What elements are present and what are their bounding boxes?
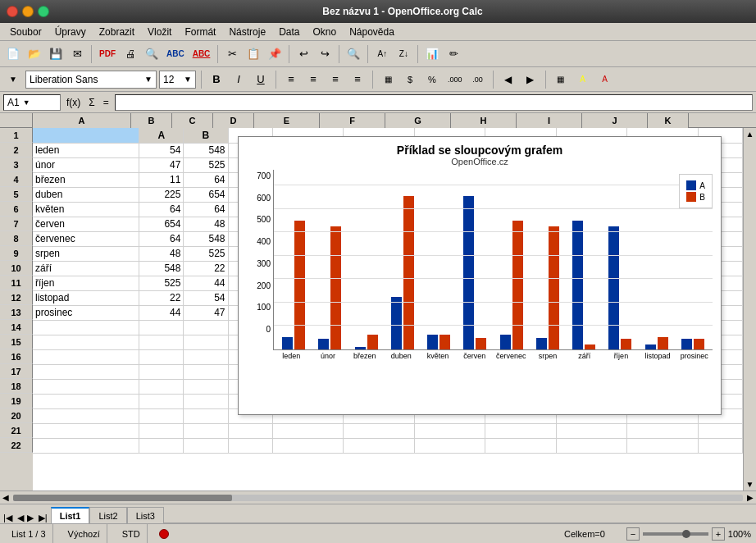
font-color-button[interactable]: A: [595, 70, 615, 89]
tab-nav-next[interactable]: ▶: [25, 513, 35, 523]
cell-a10[interactable]: září: [33, 261, 139, 276]
font-size-select[interactable]: 12 ▼: [159, 71, 196, 89]
cell-a1[interactable]: [33, 128, 139, 143]
menu-data[interactable]: Data: [272, 25, 306, 39]
menu-okno[interactable]: Okno: [306, 25, 343, 39]
record-button[interactable]: [156, 529, 172, 539]
cell-b10[interactable]: 548: [139, 261, 184, 276]
cell-c2[interactable]: 548: [184, 143, 228, 157]
cell-b7[interactable]: 654: [139, 217, 184, 231]
bar-a-květen[interactable]: [427, 335, 438, 349]
cell-a7[interactable]: červen: [33, 217, 139, 231]
scroll-right-button[interactable]: ▶: [745, 493, 756, 502]
menu-soubor[interactable]: Soubor: [3, 25, 48, 39]
cell-b3[interactable]: 47: [139, 157, 184, 172]
bar-a-prosinec[interactable]: [681, 339, 692, 349]
scroll-track-v[interactable]: [744, 140, 756, 478]
bg-color-button[interactable]: A: [573, 70, 593, 89]
scroll-up-button[interactable]: ▲: [744, 128, 756, 140]
align-left-button[interactable]: ≡: [281, 70, 301, 89]
pdf-button[interactable]: PDF: [96, 44, 119, 64]
cell-b13[interactable]: 44: [139, 305, 184, 320]
bar-a-leden[interactable]: [282, 337, 293, 349]
decimal-more-button[interactable]: .000: [444, 70, 466, 89]
bar-b-červenec[interactable]: [512, 221, 523, 349]
spell-button[interactable]: ABC: [163, 44, 188, 64]
bar-a-březen[interactable]: [355, 347, 366, 349]
cell-a4[interactable]: březen: [33, 172, 139, 187]
sigma-button[interactable]: Σ: [86, 97, 97, 108]
bar-b-prosinec[interactable]: [694, 339, 704, 349]
align-center-button[interactable]: ≡: [303, 70, 323, 89]
cell-b1[interactable]: A: [139, 128, 184, 143]
cell-c9[interactable]: 525: [184, 246, 228, 261]
cell-c10[interactable]: 22: [184, 261, 228, 276]
cell-c11[interactable]: 44: [184, 276, 228, 290]
bar-b-listopad[interactable]: [658, 337, 668, 349]
cell-c12[interactable]: 54: [184, 290, 228, 305]
italic-button[interactable]: I: [229, 70, 248, 89]
bar-b-červen[interactable]: [476, 338, 486, 349]
align-right-button[interactable]: ≡: [326, 70, 345, 89]
bar-b-říjen[interactable]: [621, 339, 631, 349]
cell-c1[interactable]: B: [184, 128, 228, 143]
zoom-minus-button[interactable]: −: [626, 527, 640, 541]
cell-b5[interactable]: 225: [139, 187, 184, 202]
sort-asc-button[interactable]: A↑: [372, 44, 392, 64]
scroll-left-button[interactable]: ◀: [0, 493, 11, 502]
cell-a13[interactable]: prosinec: [33, 305, 139, 320]
formula-input[interactable]: [115, 94, 753, 111]
bar-b-srpen[interactable]: [549, 226, 559, 349]
cell-a2[interactable]: leden: [33, 143, 139, 157]
bar-b-duben[interactable]: [403, 196, 414, 349]
email-button[interactable]: ✉: [67, 44, 87, 64]
chart-object[interactable]: Příklad se sloupcovým grafem OpenOffice.…: [238, 136, 722, 415]
border-button[interactable]: ▦: [551, 70, 571, 89]
tab-nav-last[interactable]: ▶|: [35, 513, 51, 523]
bar-b-březen[interactable]: [367, 335, 378, 349]
font-name-select[interactable]: Liberation Sans ▼: [25, 71, 157, 89]
cell-c7[interactable]: 48: [184, 217, 228, 231]
cell-a11[interactable]: říjen: [33, 276, 139, 290]
bar-b-květen[interactable]: [439, 335, 450, 349]
zoom-plus-button[interactable]: +: [712, 527, 725, 541]
cell-c6[interactable]: 64: [184, 202, 228, 217]
maximize-button[interactable]: [38, 6, 49, 17]
tab-list2[interactable]: List2: [89, 507, 126, 523]
cell-b2[interactable]: 54: [139, 143, 184, 157]
cell-b12[interactable]: 22: [139, 290, 184, 305]
scroll-down-button[interactable]: ▼: [744, 478, 756, 491]
paste-button[interactable]: 📌: [265, 44, 285, 64]
bar-a-říjen[interactable]: [608, 226, 619, 349]
copy-button[interactable]: 📋: [244, 44, 263, 64]
sort-desc-button[interactable]: Z↓: [394, 44, 413, 64]
cell-reference[interactable]: A1 ▼: [3, 94, 61, 111]
bold-button[interactable]: B: [207, 70, 226, 89]
close-button[interactable]: [7, 6, 18, 17]
decimal-less-button[interactable]: .00: [468, 70, 488, 89]
scroll-track-h[interactable]: [13, 495, 743, 501]
menu-upravy[interactable]: Úpravy: [48, 25, 93, 39]
cell-b4[interactable]: 11: [139, 172, 184, 187]
cell-a12[interactable]: listopad: [33, 290, 139, 305]
bar-a-srpen[interactable]: [536, 338, 547, 349]
scroll-thumb-h[interactable]: [13, 495, 232, 501]
cell-c4[interactable]: 64: [184, 172, 228, 187]
cell-a6[interactable]: květen: [33, 202, 139, 217]
justify-button[interactable]: ≡: [348, 70, 367, 89]
indent-more-button[interactable]: ▶: [521, 70, 540, 89]
equals-button[interactable]: =: [101, 97, 112, 108]
cell-a9[interactable]: srpen: [33, 246, 139, 261]
cell-b11[interactable]: 525: [139, 276, 184, 290]
cell-b9[interactable]: 48: [139, 246, 184, 261]
bar-a-listopad[interactable]: [645, 345, 656, 349]
scrollbar-vertical[interactable]: ▲ ▼: [743, 128, 756, 491]
underline-button[interactable]: U: [251, 70, 271, 89]
bar-a-duben[interactable]: [391, 297, 402, 349]
bar-a-červen[interactable]: [463, 196, 474, 349]
tab-nav-prev[interactable]: ◀: [16, 513, 25, 523]
menu-vlozit[interactable]: Vložit: [141, 25, 178, 39]
cell-c3[interactable]: 525: [184, 157, 228, 172]
cell-ref-dropdown[interactable]: ▼: [23, 98, 30, 107]
cell-a3[interactable]: únor: [33, 157, 139, 172]
